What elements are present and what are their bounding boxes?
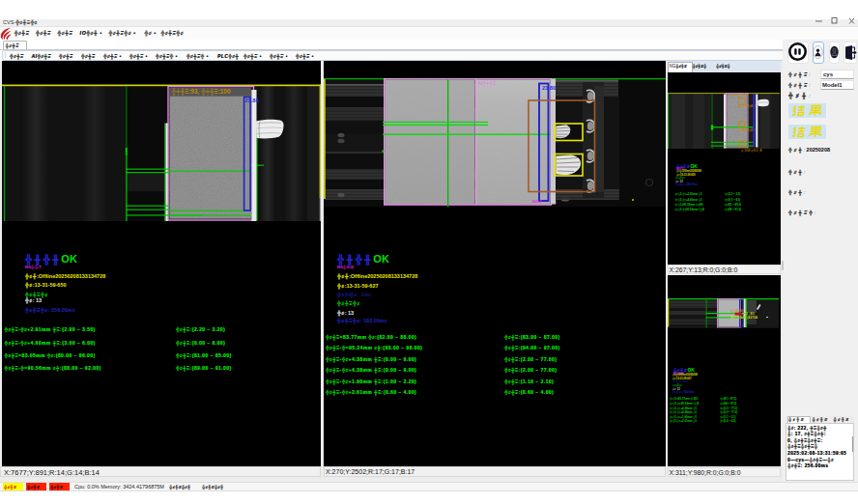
svg-text:23.7 ╬╪0.05 ╫8.2 7=8.: 23.7 ╬╪0.05 ╫8.2 7=8.	[730, 315, 758, 319]
svg-text:23.88: 23.88	[245, 98, 259, 103]
svg-text:NG:0: NG:0	[532, 199, 542, 204]
svg-text:╬╪ 0.05 ╬0.3: ╬╪ 0.05 ╬0.3	[738, 128, 756, 132]
svg-text:╬╪0.03 ╬:0.3 ╪8: ╬╪0.03 ╬:0.3 ╪8	[740, 149, 762, 153]
svg-text:╬╪╫:93 ╬╪:100: ╬╪╫:93 ╬╪:100	[727, 93, 748, 97]
svg-text:╬╪╫Ξ:93, ╬╪╫Ξ:100: ╬╪╫Ξ:93, ╬╪╫Ξ:100	[171, 88, 231, 96]
svg-text:AI╬╪╫Ξ: AI╬╪╫Ξ	[478, 80, 498, 87]
svg-text:23.80: 23.80	[542, 85, 556, 91]
svg-text:╬╪ 0.03 ╬0.3: ╬╪ 0.03 ╬0.3	[738, 104, 756, 108]
